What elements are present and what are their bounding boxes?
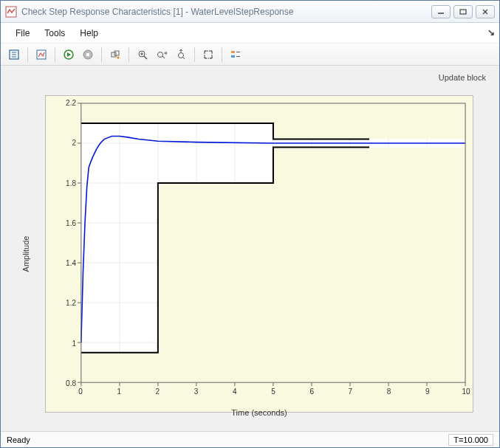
full-view-button[interactable] xyxy=(199,46,217,63)
minimize-button[interactable] xyxy=(431,5,451,18)
run-button[interactable] xyxy=(60,46,78,63)
x-tick-label: 4 xyxy=(233,387,237,396)
status-time: T=10.000 xyxy=(448,434,493,446)
chart-area[interactable]: Amplitude Time (seconds) 012345678910 0.… xyxy=(45,95,473,413)
toolbar-divider xyxy=(129,47,129,62)
zoom-y-button[interactable] xyxy=(172,46,190,63)
x-axis-label: Time (seconds) xyxy=(45,408,473,417)
svg-line-18 xyxy=(144,56,147,59)
y-tick-label: 1.6 xyxy=(54,218,76,227)
y-axis-label: Amplitude xyxy=(21,236,30,272)
x-tick-label: 7 xyxy=(349,387,353,396)
x-tick-label: 1 xyxy=(117,387,121,396)
x-tick-label: 6 xyxy=(309,387,314,396)
x-tick-label: 10 xyxy=(462,387,470,396)
new-figure-button[interactable] xyxy=(5,46,23,63)
y-tick-label: 2.2 xyxy=(54,99,76,107)
update-block-link[interactable]: Update block xyxy=(439,73,486,82)
menu-help[interactable]: Help xyxy=(72,25,106,41)
toolbar-divider xyxy=(101,47,102,62)
toolbar-divider xyxy=(27,47,28,62)
y-tick-label: 1.2 xyxy=(54,299,76,307)
window-title: Check Step Response Characteristics [1] … xyxy=(21,7,431,17)
svg-line-22 xyxy=(162,56,165,58)
plot-options-button[interactable] xyxy=(32,46,50,63)
highlight-block-button[interactable] xyxy=(106,46,124,63)
toolbar-divider xyxy=(194,47,195,62)
close-button[interactable] xyxy=(476,5,495,18)
y-tick-label: 2 xyxy=(54,139,76,147)
svg-point-16 xyxy=(117,56,120,58)
svg-line-25 xyxy=(183,57,185,59)
x-tick-label: 3 xyxy=(194,387,199,396)
x-tick-label: 2 xyxy=(156,387,160,396)
svg-rect-2 xyxy=(460,10,466,14)
app-icon xyxy=(5,6,17,18)
svg-rect-15 xyxy=(114,51,119,55)
maximize-button[interactable] xyxy=(453,5,473,18)
zoom-x-button[interactable] xyxy=(153,46,171,63)
svg-point-21 xyxy=(158,52,163,57)
legend-button[interactable] xyxy=(227,46,244,63)
svg-rect-28 xyxy=(231,51,235,53)
x-tick-label: 8 xyxy=(387,387,391,396)
stop-button[interactable] xyxy=(79,46,97,63)
menu-file[interactable]: File xyxy=(8,25,37,41)
x-tick-label: 5 xyxy=(271,387,275,396)
svg-rect-13 xyxy=(86,53,89,56)
status-ready: Ready xyxy=(7,435,30,444)
toolbar-divider xyxy=(222,47,222,62)
svg-rect-27 xyxy=(205,51,212,58)
svg-marker-11 xyxy=(67,52,71,57)
y-tick-label: 1.4 xyxy=(54,259,76,267)
toolbar-divider xyxy=(55,47,55,62)
x-tick-label: 9 xyxy=(425,387,430,396)
chart-svg xyxy=(45,95,473,413)
svg-point-24 xyxy=(179,52,184,58)
svg-rect-14 xyxy=(112,52,116,57)
svg-rect-29 xyxy=(231,55,235,58)
y-tick-label: 1.8 xyxy=(54,179,76,187)
zoom-in-button[interactable] xyxy=(134,46,151,63)
y-tick-label: 0.8 xyxy=(54,379,76,387)
y-tick-label: 1 xyxy=(54,339,76,347)
x-tick-label: 0 xyxy=(78,387,83,396)
undock-icon[interactable]: ↘ xyxy=(487,27,495,38)
menu-tools[interactable]: Tools xyxy=(37,25,72,41)
